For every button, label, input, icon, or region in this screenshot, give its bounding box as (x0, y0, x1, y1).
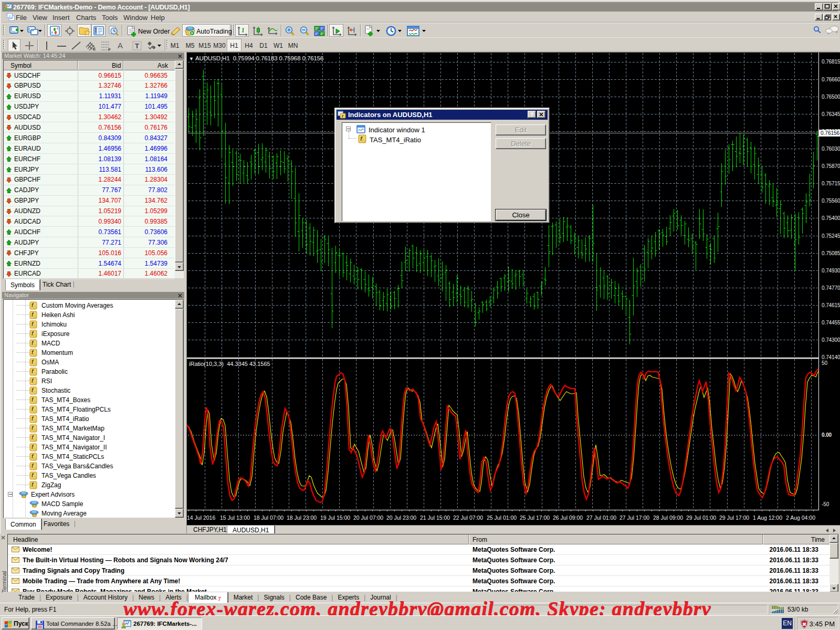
svg-text:E: E (93, 47, 96, 51)
svg-text:A: A (118, 41, 123, 50)
svg-text:T: T (135, 42, 139, 50)
svg-text:F: F (108, 47, 111, 51)
